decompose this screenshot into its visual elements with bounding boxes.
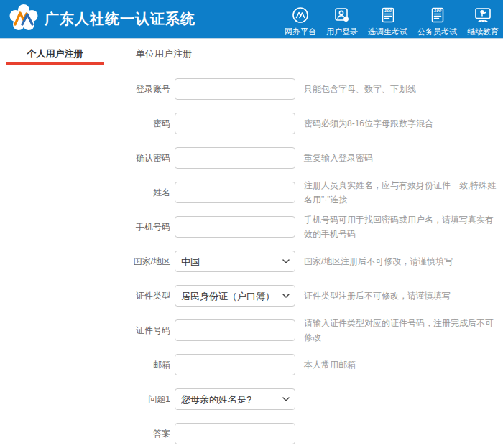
- field-control-confirm-password: [175, 147, 295, 169]
- nav-label: 用户登录: [326, 27, 358, 37]
- field-control-login-account: [175, 78, 295, 100]
- tab-unit-register[interactable]: 单位用户注册: [124, 39, 203, 65]
- field-control-security-question-1: 您母亲的姓名是?: [175, 388, 295, 410]
- password-input[interactable]: [175, 113, 295, 134]
- field-control-id-type: 居民身份证（户口簿）: [175, 285, 295, 307]
- form-row: 证件号码 请输入证件类型对应的证件号码，注册完成后不可修改: [0, 319, 503, 341]
- field-label-country-region: 国家/地区: [0, 256, 175, 268]
- confirm-password-input[interactable]: [175, 147, 295, 169]
- field-label-password: 密码: [0, 118, 175, 130]
- user-login-icon: [333, 6, 351, 24]
- nav-label: 网办平台: [285, 27, 316, 37]
- page-title: 广东人社统一认证系统: [45, 9, 195, 29]
- field-control-mobile-number: [175, 216, 295, 238]
- registration-form: 登录账号 只能包含字母、数字、下划线 密码 密码必须为8-16位字母跟数字混合 …: [0, 78, 503, 444]
- field-label-real-name: 姓名: [0, 187, 175, 199]
- form-row: 手机号码 手机号码可用于找回密码或用户名，请填写真实有效的手机号码: [0, 216, 503, 238]
- nav-item-选调生考试[interactable]: 100选调生考试: [368, 1, 407, 37]
- form-row: 证件类型 居民身份证（户口簿） 证件类型注册后不可修改，请谨慎填写: [0, 285, 503, 307]
- field-hint-real-name: 注册人员真实姓名，应与有效身份证件一致,特殊姓名用"·"连接: [304, 178, 501, 207]
- country-region-select[interactable]: 中国: [175, 251, 295, 272]
- field-control-id-number: [175, 319, 295, 341]
- email-input[interactable]: [175, 354, 295, 375]
- nav-item-用户登录[interactable]: 用户登录: [326, 1, 358, 37]
- field-label-mobile-number: 手机号码: [0, 221, 175, 233]
- form-row: 密码 密码必须为8-16位字母跟数字混合: [0, 113, 503, 134]
- field-hint-login-account: 只能包含字母、数字、下划线: [304, 82, 416, 96]
- form-row: 姓名 注册人员真实姓名，应与有效身份证件一致,特殊姓名用"·"连接: [0, 182, 503, 203]
- field-label-id-type: 证件类型: [0, 290, 175, 302]
- top-nav: 网办平台用户登录100选调生考试100公务员考试继续教育: [274, 1, 499, 37]
- field-control-email: [175, 354, 295, 375]
- field-label-login-account: 登录账号: [0, 83, 175, 95]
- app-header: 广东人社统一认证系统 网办平台用户登录100选调生考试100公务员考试继续教育: [0, 0, 503, 39]
- field-label-answer: 答案: [0, 428, 175, 440]
- form-row: 问题1 您母亲的姓名是?: [0, 388, 503, 410]
- field-hint-country-region: 国家/地区注册后不可修改，请谨慎填写: [304, 254, 453, 269]
- real-name-input[interactable]: [175, 182, 295, 203]
- field-hint-password: 密码必须为8-16位字母跟数字混合: [304, 116, 433, 131]
- nav-label: 继续教育: [467, 27, 499, 37]
- field-hint-mobile-number: 手机号码可用于找回密码或用户名，请填写真实有效的手机号码: [304, 213, 501, 241]
- id-number-input[interactable]: [175, 319, 295, 341]
- form-row: 确认密码 重复输入登录密码: [0, 147, 503, 169]
- nav-item-公务员考试[interactable]: 100公务员考试: [417, 1, 457, 37]
- field-control-password: [175, 113, 295, 134]
- register-tabs: 个人用户注册 单位用户注册: [0, 39, 503, 65]
- nav-label: 公务员考试: [417, 27, 457, 37]
- exam-icon: 100: [429, 6, 446, 24]
- field-hint-email: 本人常用邮箱: [304, 358, 356, 372]
- platform-icon: [292, 6, 309, 24]
- field-control-real-name: [175, 182, 295, 203]
- field-hint-id-number: 请输入证件类型对应的证件号码，注册完成后不可修改: [304, 316, 501, 345]
- answer-input[interactable]: [175, 423, 295, 444]
- field-label-confirm-password: 确认密码: [0, 152, 175, 164]
- svg-text:100: 100: [433, 8, 441, 13]
- education-icon: [474, 6, 492, 24]
- gdhrss-logo-icon: [9, 3, 39, 36]
- field-label-id-number: 证件号码: [0, 325, 175, 337]
- security-question-1-select[interactable]: 您母亲的姓名是?: [175, 388, 295, 410]
- brand: 广东人社统一认证系统: [9, 3, 195, 36]
- field-hint-id-type: 证件类型注册后不可修改，请谨慎填写: [304, 289, 451, 303]
- nav-label: 选调生考试: [368, 27, 407, 37]
- field-hint-confirm-password: 重复输入登录密码: [304, 151, 373, 165]
- field-label-security-question-1: 问题1: [0, 393, 175, 406]
- id-type-select[interactable]: 居民身份证（户口簿）: [175, 285, 295, 307]
- svg-text:100: 100: [384, 8, 392, 13]
- field-control-country-region: 中国: [175, 251, 295, 272]
- form-row: 国家/地区 中国 国家/地区注册后不可修改，请谨慎填写: [0, 251, 503, 272]
- login-account-input[interactable]: [175, 78, 295, 100]
- form-row: 登录账号 只能包含字母、数字、下划线: [0, 78, 503, 100]
- field-label-email: 邮箱: [0, 359, 175, 371]
- mobile-number-input[interactable]: [175, 216, 295, 238]
- form-row: 答案: [0, 423, 503, 444]
- exam-icon: 100: [379, 6, 397, 24]
- form-row: 邮箱 本人常用邮箱: [0, 354, 503, 375]
- field-control-answer: [175, 423, 295, 444]
- tab-personal-register[interactable]: 个人用户注册: [6, 39, 104, 65]
- nav-item-继续教育[interactable]: 继续教育: [467, 1, 499, 37]
- nav-item-网办平台[interactable]: 网办平台: [285, 1, 316, 37]
